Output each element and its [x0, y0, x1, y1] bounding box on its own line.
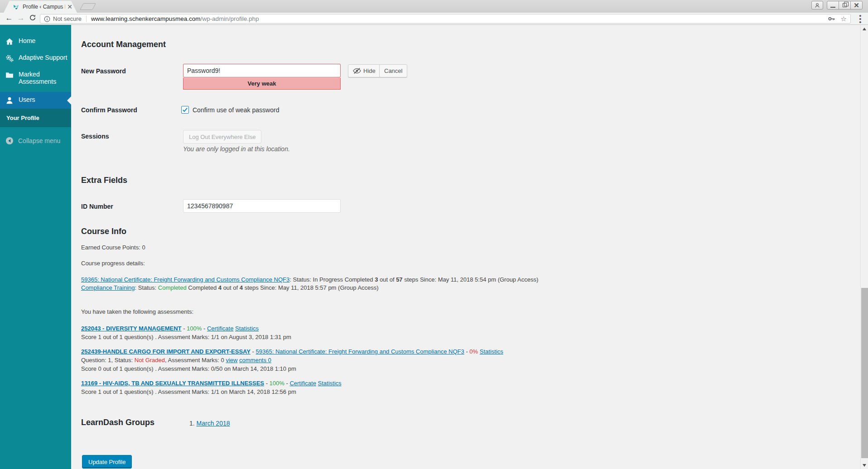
scrollbar-up-icon[interactable] [863, 28, 866, 30]
window-restore-button[interactable] [839, 1, 851, 10]
assessment-percent: 100% [270, 380, 285, 387]
profile-page-content: Account Management New Password Very wea… [71, 25, 860, 469]
address-bar[interactable]: Not secure www.learning.schenkercampusme… [40, 14, 851, 24]
update-profile-button[interactable]: Update Profile [82, 455, 132, 469]
new-password-input[interactable] [183, 64, 341, 77]
cancel-button-label: Cancel [384, 67, 402, 74]
info-icon[interactable] [44, 16, 50, 22]
sidebar-item-label: Adaptive Support [19, 54, 67, 61]
course-link[interactable]: 59365: National Certificate: Freight For… [81, 276, 289, 283]
comments-link[interactable]: comments 0 [239, 357, 271, 364]
certificate-link[interactable]: Certificate [289, 380, 316, 387]
sidebar-item-label: Marked Assessments [19, 71, 68, 85]
course-progress-row: 59365: National Certificate: Freight For… [81, 275, 538, 284]
confirm-password-label: Confirm Password [81, 105, 137, 115]
question-text: , Assessment Marks: 0 [165, 357, 226, 364]
scrollbar-thumb[interactable] [861, 288, 868, 458]
account-management-heading: Account Management [81, 40, 166, 49]
window-minimize-button[interactable] [827, 1, 839, 10]
course-status-text: : Status: [135, 284, 158, 291]
hide-button-label: Hide [363, 67, 376, 74]
folder-icon [5, 71, 14, 79]
assessment-title-link[interactable]: 252439-HANDLE CARGO FOR IMPORT AND EXPOR… [81, 348, 251, 355]
logout-everywhere-button[interactable]: Log Out Everywhere Else [183, 130, 261, 144]
assessment-percent: 100% [187, 325, 202, 332]
eye-off-icon [353, 68, 361, 74]
gears-icon [5, 54, 14, 62]
statistics-link[interactable]: Statistics [318, 380, 342, 387]
window-close-button[interactable]: ✕ [850, 1, 863, 10]
course-info-heading: Course Info [81, 227, 126, 236]
browser-window: Profile ‹ Campus MEA On ✕ ✕ ← → Not secu… [0, 0, 868, 469]
sessions-note: You are only logged in at this location. [183, 145, 290, 153]
browser-avatar-button[interactable] [811, 1, 823, 10]
url-host[interactable]: www.learning.schenkercampusmea.com [91, 15, 201, 22]
group-link[interactable]: March 2018 [197, 420, 230, 427]
tab-close-icon[interactable]: ✕ [67, 4, 72, 10]
bookmark-star-icon[interactable]: ☆ [841, 15, 847, 23]
separator: - [202, 325, 207, 332]
view-link[interactable]: view [226, 357, 237, 364]
scrollbar-down-icon[interactable] [863, 464, 866, 467]
course-status-text: steps Since: May 11, 2018 5:54 pm (Group… [403, 276, 539, 283]
assessment-row: 13169 - HIV-AIDS, TB AND SEXUALLY TRANSM… [81, 379, 342, 388]
person-icon [815, 3, 820, 8]
certificate-link[interactable]: Certificate [207, 325, 234, 332]
id-number-input[interactable] [183, 199, 341, 213]
hide-password-button[interactable]: Hide [348, 64, 381, 77]
question-text: Question: 1, Status: [81, 357, 135, 364]
statistics-link[interactable]: Statistics [480, 348, 503, 355]
reload-icon[interactable] [27, 14, 38, 24]
statistics-link[interactable]: Statistics [235, 325, 259, 332]
course-status-text: steps Since: May 11, 2018 5:57 pm (Group… [243, 284, 379, 291]
separator: - [251, 348, 256, 355]
sidebar-item-marked-assessments[interactable]: Marked Assessments [0, 67, 71, 89]
browser-tab[interactable]: Profile ‹ Campus MEA On ✕ [4, 1, 77, 13]
new-password-label: New Password [81, 67, 126, 76]
user-icon [5, 96, 14, 105]
collapse-menu-button[interactable]: Collapse menu [0, 133, 71, 149]
course-progress-row: Compliance Training: Status: Completed C… [81, 283, 379, 292]
course-link[interactable]: Compliance Training [81, 284, 135, 291]
browser-toolbar: ← → Not secure www.learning.schenkercamp… [0, 13, 868, 25]
course-status-text: out of [378, 276, 396, 283]
assessment-score-line: Score 1 out of 1 question(s) . Assessmen… [81, 388, 296, 396]
sidebar-subitem-label: Your Profile [6, 115, 39, 121]
restore-icon [843, 3, 847, 7]
assessment-title-link[interactable]: 252043 - DIVERSITY MANAGEMENT [81, 325, 182, 332]
sidebar-item-users[interactable]: Users [0, 92, 71, 109]
sidebar-item-adaptive-support[interactable]: Adaptive Support [0, 50, 71, 67]
page-scrollbar[interactable] [860, 25, 868, 469]
key-icon[interactable] [828, 15, 835, 23]
id-number-label: ID Number [81, 202, 113, 211]
forward-icon[interactable]: → [15, 14, 26, 23]
course-status-text: out of [222, 284, 240, 291]
home-icon [5, 38, 14, 46]
assessment-score-line: Score 1 out of 1 question(s) . Assessmen… [81, 333, 291, 341]
separator: - [182, 325, 187, 332]
url-divider [86, 15, 87, 22]
earned-course-points: Earned Course Points: 0 [81, 243, 145, 252]
url-path[interactable]: /wp-admin/profile.php [200, 15, 259, 22]
not-secure-label[interactable]: Not secure [53, 15, 82, 22]
site-favicon-icon [13, 4, 19, 10]
new-tab-button[interactable] [80, 3, 96, 10]
assessment-percent: 0% [469, 348, 478, 355]
assessment-row: 252439-HANDLE CARGO FOR IMPORT AND EXPOR… [81, 347, 503, 356]
browser-titlebar: Profile ‹ Campus MEA On ✕ ✕ [0, 0, 868, 13]
weak-password-checkbox[interactable] [181, 106, 189, 114]
learndash-group-item: 1. March 2018 [189, 420, 230, 427]
sidebar-item-home[interactable]: Home [0, 33, 71, 50]
sidebar-item-label: Home [19, 37, 35, 44]
assessment-course-link[interactable]: 59365: National Certificate: Freight For… [256, 348, 464, 355]
sidebar-item-label: Users [19, 96, 35, 103]
cancel-password-button[interactable]: Cancel [379, 64, 407, 77]
assessment-title-link[interactable]: 13169 - HIV-AIDS, TB AND SEXUALLY TRANSM… [81, 380, 264, 387]
back-icon[interactable]: ← [4, 14, 14, 23]
extra-fields-heading: Extra Fields [81, 176, 127, 185]
separator: - [464, 348, 470, 355]
weak-password-checkbox-label[interactable]: Confirm use of weak password [193, 105, 279, 115]
sidebar-subitem-your-profile[interactable]: Your Profile [0, 109, 71, 127]
browser-menu-icon[interactable]: ••• [857, 14, 864, 24]
status-completed: Completed [158, 284, 187, 291]
